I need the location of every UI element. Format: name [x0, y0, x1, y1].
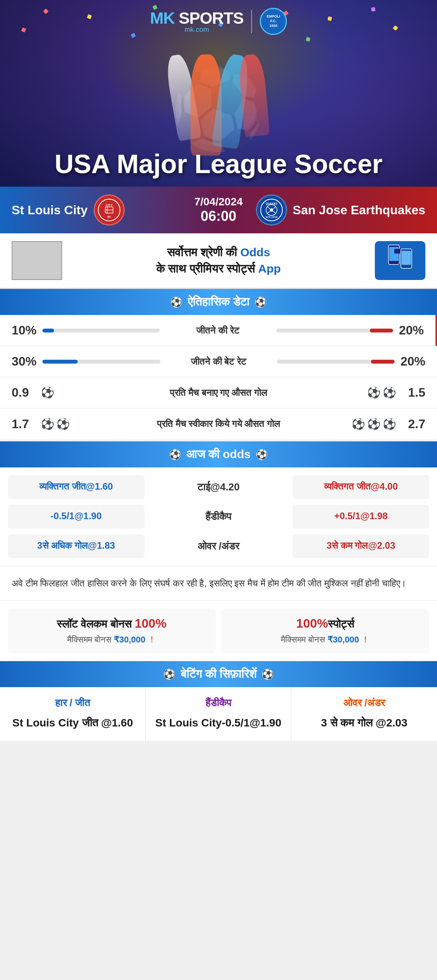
promo-banner[interactable]: सर्वोत्तम श्रेणी की Odds के साथ प्रीमियर… — [0, 233, 437, 289]
stat-right-goalsconceded: ⚽ ⚽ ⚽ 2.7 — [288, 417, 425, 431]
bonus-sports-text: स्पोर्ट्स — [328, 618, 354, 630]
svg-text:CITY: CITY — [105, 203, 113, 207]
bonus-slots-amount: ₹30,000 — [114, 635, 145, 644]
betting-ball-left — [164, 669, 175, 680]
stat-left-value-winrate: 10% — [12, 323, 37, 338]
svg-rect-15 — [394, 249, 400, 254]
bonus-section[interactable]: स्लॉट वेलकम बोनस 100% मैक्सिमम बोनस ₹30,… — [0, 600, 437, 661]
odds-cell-away-win[interactable]: व्यक्तिगत जीत@4.00 — [292, 475, 429, 499]
betting-handicap-title: हैंडीकैप — [153, 697, 283, 709]
betting-col-overunder: ओवर /अंडर 3 से कम गोल @2.03 — [291, 687, 437, 741]
svg-point-11 — [270, 208, 273, 212]
stat-left-winrate: 10% — [12, 323, 160, 338]
odds-section-wrapper: आज की odds व्यक्तिगत जीत@1.60 टाई@4.20 व… — [0, 441, 437, 566]
odds-cell-under[interactable]: 3से कम गोल@2.03 — [292, 534, 429, 558]
stat-bar-right-winrate — [276, 329, 393, 332]
stat-row-goalsscored: 0.9 ⚽ प्रति मैच बनाए गए औसत गोल ⚽ ⚽ 1.5 — [0, 377, 437, 408]
away-team: QUAKES SAN JOSE San Jose Earthquakes — [254, 194, 425, 226]
promo-placeholder-image — [12, 241, 62, 280]
betting-ball-right — [262, 669, 273, 680]
svg-text:SAN JOSE: SAN JOSE — [265, 216, 277, 218]
away-team-logo: QUAKES SAN JOSE — [256, 194, 287, 226]
stat-left-value-goalsconceded: 1.7 — [12, 417, 35, 431]
ball-icon-c1: ⚽ — [41, 418, 54, 430]
ball-icon-r1: ⚽ — [367, 386, 381, 399]
home-team-name: St Louis City — [12, 203, 88, 217]
odds-ball-left — [170, 449, 181, 460]
ball-icon-1: ⚽ — [41, 386, 54, 399]
ball-icon-c2: ⚽ — [56, 418, 70, 430]
stat-label-winrate: जीतने की रेट — [160, 325, 276, 336]
stat-right-value-winrate: 20% — [399, 323, 424, 338]
betting-rec-section: बेटिंग की सिफ़ारिशें हार / जीत St Louis … — [0, 661, 437, 741]
home-team-logo: CITY SC — [94, 194, 125, 226]
bonus-sports-percent: 100% — [296, 616, 328, 630]
stat-label-betrate: जीतने की बेट रेट — [160, 356, 277, 367]
svg-text:QUAKES: QUAKES — [266, 202, 277, 205]
bonus-slots-exclaim: ！ — [148, 635, 156, 644]
stat-row-betrate: 30% जीतने की बेट रेट 20% — [0, 346, 437, 377]
betting-title: बेटिंग की सिफ़ारिशें — [181, 667, 257, 681]
stat-right-value-goalsconceded: 2.7 — [402, 417, 425, 431]
stat-bar-fill-bet-right — [371, 360, 395, 364]
betting-grid: हार / जीत St Louis City जीत @1.60 हैंडीक… — [0, 687, 437, 741]
historical-title: ऐतिहासिक डेटा — [188, 295, 249, 309]
promo-text: सर्वोत्तम श्रेणी की Odds के साथ प्रीमियर… — [70, 244, 367, 277]
betting-win-loss-value: St Louis City जीत @1.60 — [8, 715, 138, 731]
logo-divider — [251, 10, 252, 33]
header-banner: MK SPORTS mk.com EMPOLIF.C.1920 ⚽ USA Ma… — [0, 0, 437, 187]
bonus-slots-title: स्लॉट वेलकम बोनस 100% — [16, 616, 208, 631]
bonus-sports-title: 100%स्पोर्ट्स — [229, 616, 421, 631]
betting-col-win-loss: हार / जीत St Louis City जीत @1.60 — [0, 687, 146, 741]
stat-left-value-betrate: 30% — [12, 354, 37, 369]
ball-icon-rc2: ⚽ — [367, 418, 381, 430]
bonus-slots-percent: 100% — [135, 616, 167, 630]
match-bar: St Louis City CITY SC 7/04/2024 06:00 QU… — [0, 187, 437, 233]
stat-row-goalsconceded: 1.7 ⚽ ⚽ प्रति मैच स्वीकार किये गये औसत ग… — [0, 408, 437, 439]
bonus-sports-amount: ₹30,000 — [327, 635, 359, 644]
bonus-card-sports[interactable]: 100%स्पोर्ट्स मैक्सिमम बोनस ₹30,000 ！ — [221, 609, 429, 653]
stat-right-betrate: 20% — [277, 354, 426, 369]
odds-cell-over[interactable]: 3से अधिक गोल@1.83 — [8, 534, 145, 558]
ball-icon-rc1: ⚽ — [352, 418, 365, 430]
odds-cell-handicap-label: हैंडीकैप — [150, 505, 287, 528]
betting-col-handicap: हैंडीकैप St Louis City-0.5/1@1.90 — [146, 687, 291, 741]
promo-text-1: सर्वोत्तम श्रेणी की Odds — [167, 246, 270, 259]
ball-icon-right — [255, 297, 266, 308]
stat-bar-fill-right — [370, 329, 393, 332]
odds-ball-right — [256, 449, 267, 460]
stat-left-betrate: 30% — [12, 354, 160, 369]
match-time: 06:00 — [194, 208, 243, 224]
stat-bar-right-betrate — [277, 360, 395, 364]
odds-cell-handicap-right[interactable]: +0.5/1@1.98 — [292, 505, 429, 528]
stat-left-goalsscored: 0.9 ⚽ — [12, 385, 160, 400]
odds-section-header: आज की odds — [0, 441, 437, 467]
betting-overunder-title: ओवर /अंडर — [299, 697, 429, 709]
ball-icons-left-scored: ⚽ — [41, 386, 54, 399]
stat-bar-left-winrate — [42, 329, 159, 332]
away-team-name: San Jose Earthquakes — [293, 203, 425, 217]
bonus-card-slots[interactable]: स्लॉट वेलकम बोनस 100% मैक्सिमम बोनस ₹30,… — [8, 609, 216, 653]
ball-icons-right-conceded: ⚽ ⚽ ⚽ — [352, 418, 396, 430]
betting-overunder-value: 3 से कम गोल @2.03 — [299, 715, 429, 731]
odds-cell-overunder-label: ओवर /अंडर — [150, 534, 287, 558]
ball-icon-rc3: ⚽ — [383, 418, 396, 430]
stat-label-goalsscored: प्रति मैच बनाए गए औसत गोल — [160, 387, 277, 398]
bonus-slots-text: स्लॉट वेलकम बोनस — [57, 618, 134, 630]
odds-cell-tie[interactable]: टाई@4.20 — [150, 475, 287, 499]
promo-odds-highlight: Odds — [240, 246, 270, 259]
analysis-text: अवे टीम फिलहाल जीत हासिल करने के लिए संघ… — [0, 566, 437, 600]
odds-cell-handicap-left[interactable]: -0.5/1@1.90 — [8, 505, 145, 528]
odds-cell-home-win[interactable]: व्यक्तिगत जीत@1.60 — [8, 475, 145, 499]
ball-icons-right-scored: ⚽ ⚽ — [367, 386, 396, 399]
banner-title: USA Major League Soccer — [55, 149, 383, 179]
mk-sports-branding: MK SPORTS mk.com — [150, 9, 244, 34]
betting-win-loss-title: हार / जीत — [8, 697, 138, 709]
bonus-sports-exclaim: ！ — [361, 635, 370, 644]
home-team: St Louis City CITY SC — [12, 194, 183, 226]
stat-bar-fill-bet-left — [42, 360, 78, 364]
svg-rect-17 — [402, 251, 411, 265]
ball-icon-left — [171, 297, 182, 308]
match-center: 7/04/2024 06:00 — [183, 196, 254, 224]
stat-right-value-goalsscored: 1.5 — [402, 385, 425, 400]
